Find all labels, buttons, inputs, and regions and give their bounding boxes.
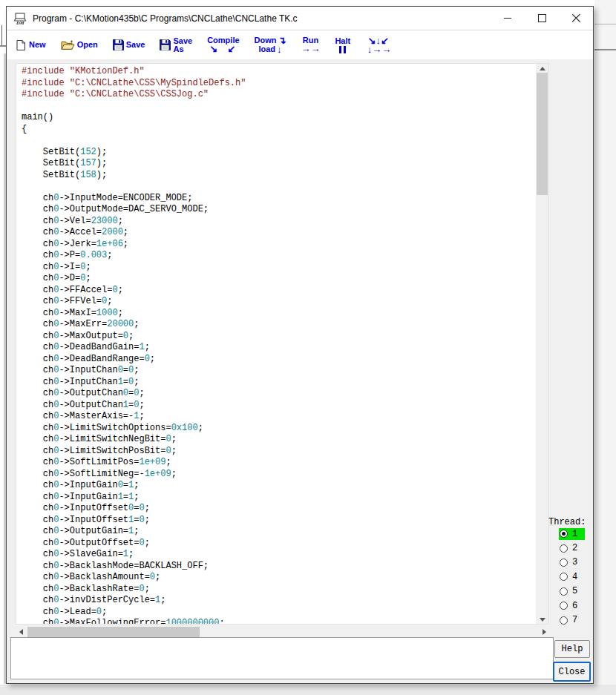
toolbar-button-save-as[interactable]: Save As [157, 36, 194, 55]
toolbar-button-save[interactable]: Save [111, 38, 148, 52]
code-line[interactable]: ch0->DeadBandRange=0; [22, 354, 536, 366]
code-line[interactable]: ch0->BacklashRate=0; [22, 584, 536, 596]
code-line[interactable]: ch0->Lead=0; [22, 607, 536, 619]
app-icon: DM [13, 12, 27, 25]
code-line[interactable] [22, 181, 536, 193]
code-line[interactable]: ch0->BacklashAmount=0; [22, 572, 536, 584]
background-window-divider-right [594, 49, 616, 50]
code-line[interactable]: #include "C:\CNCLathe\CSS\MySpindleDefs.… [22, 78, 536, 90]
code-line[interactable]: ch0->Vel=23000; [22, 216, 536, 228]
close-window-button[interactable] [559, 7, 593, 30]
scroll-left-arrow[interactable] [16, 626, 26, 638]
code-line[interactable]: ch0->InputGain0=1; [22, 480, 536, 492]
code-line[interactable]: ch0->InputGain1=1; [22, 492, 536, 504]
code-line[interactable]: ch0->Jerk=1e+06; [22, 239, 536, 251]
scroll-right-arrow[interactable] [539, 626, 549, 638]
code-line[interactable]: { [22, 124, 536, 136]
code-line[interactable]: ch0->MaxFollowingError=1000000000; [22, 618, 536, 624]
code-line[interactable]: ch0->OutputOffset=0; [22, 538, 536, 550]
help-button[interactable]: Help [554, 640, 590, 658]
code-line[interactable]: ch0->BacklashMode=BACKLASH_OFF; [22, 561, 536, 573]
code-line[interactable]: ch0->FFVel=0; [22, 296, 536, 308]
toolbar-button-halt[interactable]: Halt [332, 36, 353, 55]
thread-radio-1[interactable]: 1 [559, 527, 585, 541]
background-window-toolbar-line [594, 24, 616, 24]
radio-icon[interactable] [560, 530, 568, 538]
code-line[interactable]: ch0->LimitSwitchPosBit=0; [22, 446, 536, 458]
code-line[interactable]: #include "KMotionDef.h" [22, 66, 536, 78]
code-line[interactable]: ch0->SoftLimitPos=1e+09; [22, 457, 536, 469]
code-line[interactable]: ch0->invDistPerCycle=1; [22, 595, 536, 607]
radio-icon[interactable] [560, 559, 568, 567]
code-line[interactable]: ch0->OutputChan1=0; [22, 400, 536, 412]
code-line[interactable] [22, 101, 536, 113]
code-line[interactable]: ch0->OutputGain=1; [22, 526, 536, 538]
code-line[interactable]: ch0->D=0; [22, 273, 536, 285]
download-label2: load [258, 45, 275, 53]
horizontal-scrollbar[interactable] [16, 626, 549, 638]
code-line[interactable]: ch0->InputChan0=0; [22, 365, 536, 377]
code-line[interactable]: ch0->MasterAxis=-1; [22, 411, 536, 423]
radio-icon[interactable] [560, 573, 568, 581]
code-line[interactable]: ch0->InputOffset1=0; [22, 515, 536, 527]
toolbar-button-compile-download-run[interactable]: ↘↓↙ ↓→→ [363, 35, 393, 56]
thread-radio-6[interactable]: 6 [559, 599, 585, 613]
toolbar-button-new[interactable]: New [13, 38, 48, 53]
compile-download-run-arrows-icon: ↓→→ [365, 45, 391, 54]
thread-radio-5[interactable]: 5 [559, 584, 585, 599]
code-line[interactable]: ch0->OutputMode=DAC_SERVO_MODE; [22, 204, 536, 216]
code-editor[interactable]: #include "KMotionDef.h"#include "C:\CNCL… [16, 63, 549, 625]
code-line[interactable]: SetBit(158); [22, 170, 536, 182]
code-line[interactable]: ch0->I=0; [22, 262, 536, 274]
code-line[interactable]: #include "C:\CNCLathe\CSS\CSSJog.c" [22, 89, 536, 101]
thread-radio-2[interactable]: 2 [559, 541, 585, 555]
maximize-button[interactable] [525, 7, 559, 30]
toolbar-button-download[interactable]: Down↴load↓ [252, 35, 289, 56]
code-line[interactable]: ch0->LimitSwitchNegBit=0; [22, 434, 536, 446]
toolbar-button-run[interactable]: Run→→ [298, 35, 322, 55]
code-line[interactable]: ch0->LimitSwitchOptions=0x100; [22, 423, 536, 435]
background-window-right-area [594, 0, 616, 695]
radio-icon[interactable] [560, 544, 568, 553]
toolbar-button-open[interactable]: Open [59, 38, 100, 52]
thread-radio-7[interactable]: 7 [559, 613, 585, 627]
thread-radio-4[interactable]: 4 [559, 570, 585, 584]
title-bar[interactable]: DM Program - C:\KMotion435b\C Programs\C… [7, 7, 593, 30]
code-line[interactable]: SetBit(157); [22, 158, 536, 170]
code-line[interactable]: ch0->SlaveGain=1; [22, 549, 536, 561]
code-line[interactable]: ch0->InputMode=ENCODER_MODE; [22, 193, 536, 205]
code-line[interactable]: ch0->FFAccel=0; [22, 285, 536, 297]
thread-radio-label: 4 [572, 572, 577, 582]
code-line[interactable]: SetBit(152); [22, 147, 536, 159]
code-line[interactable]: ch0->MaxErr=20000; [22, 319, 536, 331]
radio-icon[interactable] [560, 587, 568, 596]
scroll-down-arrow[interactable] [536, 615, 548, 624]
radio-icon[interactable] [560, 616, 568, 625]
radio-icon[interactable] [560, 602, 568, 610]
code-line[interactable]: ch0->MaxI=1000; [22, 308, 536, 320]
scroll-up-arrow[interactable] [536, 64, 548, 73]
code-line[interactable]: ch0->Accel=2000; [22, 227, 536, 239]
compiler-output-box[interactable] [10, 637, 554, 679]
code-line[interactable]: ch0->InputChan1=0; [22, 377, 536, 389]
code-line[interactable]: main() [22, 112, 536, 124]
thread-panel-label: Thread: [548, 517, 586, 527]
new-label: New [29, 41, 46, 49]
vertical-scrollbar-thumb[interactable] [537, 73, 548, 195]
code-line[interactable]: ch0->OutputChan0=0; [22, 388, 536, 400]
code-line[interactable]: ch0->MaxOutput=0; [22, 331, 536, 343]
toolbar-button-compile[interactable]: Compile↘ ↙ [205, 35, 241, 55]
close-button[interactable]: Close [553, 662, 591, 682]
horizontal-scrollbar-thumb[interactable] [27, 627, 200, 637]
thread-radio-label: 6 [572, 601, 577, 611]
code-line[interactable] [22, 135, 536, 147]
code-line[interactable]: ch0->InputOffset0=0; [22, 503, 536, 515]
code-line[interactable]: ch0->SoftLimitNeg=-1e+09; [22, 469, 536, 481]
code-line[interactable]: ch0->DeadBandGain=1; [22, 342, 536, 354]
save-as-label: Save As [173, 37, 192, 53]
code-text-area[interactable]: #include "KMotionDef.h"#include "C:\CNCL… [16, 64, 536, 624]
minimize-button[interactable] [491, 7, 525, 30]
vertical-scrollbar[interactable] [536, 64, 548, 624]
code-line[interactable]: ch0->P=0.003; [22, 250, 536, 262]
thread-radio-3[interactable]: 3 [559, 556, 585, 570]
